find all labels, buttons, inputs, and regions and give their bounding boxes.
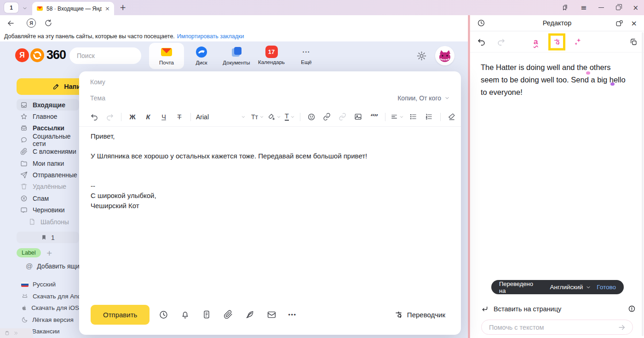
bullet-list-icon[interactable] xyxy=(408,113,420,121)
panel-redo-icon[interactable] xyxy=(497,37,506,46)
text-color-select[interactable]: Т xyxy=(285,113,295,121)
template-icon[interactable] xyxy=(201,310,212,319)
font-size-select[interactable]: Tт xyxy=(251,113,264,121)
align-select[interactable] xyxy=(391,113,404,121)
tab-list-chevron-icon[interactable] xyxy=(22,6,28,11)
chevron-down-icon xyxy=(586,285,591,290)
underline-button[interactable]: Ч xyxy=(158,113,170,121)
browser-corner-widget[interactable] xyxy=(0,328,33,338)
menu-icon[interactable]: ≡ xyxy=(581,3,586,12)
yandex-360-logo[interactable]: Я 360 xyxy=(15,48,66,62)
sidebar-item-deleted[interactable]: Удалённые xyxy=(17,181,79,192)
sidebar-item-social[interactable]: Социальные сети xyxy=(17,134,79,146)
send-button[interactable]: Отправить xyxy=(91,305,150,325)
label-tag[interactable]: Label xyxy=(17,248,41,257)
language-select[interactable]: Английский xyxy=(550,284,592,291)
quote-icon[interactable]: “” xyxy=(368,112,380,122)
sidebar-item-my-folders[interactable]: Мои папки xyxy=(17,157,79,169)
cc-from-toggle[interactable]: Копии, От кого xyxy=(397,94,450,102)
service-more[interactable]: ··· Ещё xyxy=(289,43,324,69)
user-avatar[interactable] xyxy=(435,46,454,65)
spellcheck-icon[interactable]: a xyxy=(534,37,538,47)
window-close-button[interactable]: × xyxy=(632,4,638,12)
ai-prompt-box[interactable] xyxy=(481,320,633,335)
info-alert-icon[interactable] xyxy=(628,305,636,313)
translate-highlighted-icon[interactable] xyxy=(548,33,565,50)
copy-icon[interactable] xyxy=(629,38,638,46)
refresh-icon[interactable] xyxy=(44,19,52,27)
sidebar-item-main[interactable]: Главное xyxy=(17,111,79,122)
envelope-icon[interactable] xyxy=(266,310,276,320)
editor-side-panel: Редактор × a xyxy=(470,15,644,338)
translated-text[interactable]: The Hatter is doing well and the others … xyxy=(481,61,629,99)
insert-on-page-action[interactable]: Вставить на страницу xyxy=(481,305,636,313)
browser-tab[interactable]: 58 · Входящие — Яндек × xyxy=(32,2,114,15)
ai-sparkles-icon[interactable] xyxy=(573,37,582,47)
panel-scrollbar[interactable] xyxy=(642,32,644,336)
new-tab-button[interactable]: + xyxy=(120,3,126,12)
sidebar-item-drafts[interactable]: Черновики xyxy=(17,204,79,216)
translate-icon xyxy=(394,310,403,319)
sidebar-item-attachments[interactable]: С вложениями xyxy=(17,146,79,157)
window-restore-button[interactable] xyxy=(616,6,621,10)
light-version-link[interactable]: Лёгкая версия xyxy=(0,314,79,326)
chevron-down-icon xyxy=(444,95,450,101)
notify-icon[interactable] xyxy=(180,310,190,320)
open-in-window-icon[interactable] xyxy=(615,19,623,27)
settings-gear-icon[interactable] xyxy=(416,51,427,61)
translator-toggle[interactable]: Переводчик xyxy=(394,310,445,319)
window-minimize-button[interactable] xyxy=(598,7,604,8)
service-calendar[interactable]: 17 Календарь xyxy=(254,43,289,69)
add-mailbox-link[interactable]: @ Добавить ящик xyxy=(26,262,82,270)
bookmarked-messages[interactable]: 1 xyxy=(17,232,79,243)
to-field[interactable] xyxy=(90,78,450,86)
redo-icon[interactable] xyxy=(104,113,116,121)
insert-image-icon[interactable] xyxy=(352,113,364,121)
submit-arrow-icon[interactable] xyxy=(618,323,626,332)
attach-icon[interactable] xyxy=(223,310,233,319)
message-body[interactable]: Привет, У Шляпника все хорошо у остальны… xyxy=(91,131,443,210)
language-link[interactable]: Русский xyxy=(0,279,79,291)
eraser-icon[interactable] xyxy=(446,113,458,121)
search-input[interactable] xyxy=(77,52,160,59)
font-family-select[interactable]: Arial xyxy=(196,113,247,121)
done-button[interactable]: Готово xyxy=(597,284,616,291)
subject-field[interactable] xyxy=(90,94,397,102)
more-options-icon[interactable]: ••• xyxy=(288,311,296,318)
chevron-down-icon xyxy=(399,115,404,119)
download-ios-link[interactable]: Скачать для iOS xyxy=(0,302,79,314)
strikethrough-button[interactable]: Т xyxy=(173,113,185,121)
sidebar-item-inbox[interactable]: Входящие xyxy=(17,99,79,111)
trash-icon xyxy=(20,183,28,190)
schedule-send-icon[interactable] xyxy=(158,310,168,320)
tab-group-count[interactable]: 1 xyxy=(4,2,18,13)
side-panels-icon[interactable] xyxy=(561,4,569,12)
link-icon[interactable] xyxy=(321,113,333,121)
bold-button[interactable]: Ж xyxy=(126,113,138,121)
signature-pen-icon[interactable] xyxy=(245,310,255,319)
add-label-icon[interactable]: + xyxy=(46,249,52,257)
format-toolbar: Ж К Ч Т Arial Tт Т xyxy=(79,107,461,127)
tab-close-icon[interactable]: × xyxy=(105,5,110,12)
download-android-link[interactable]: Скачать для Android xyxy=(0,291,79,303)
numbered-list-icon[interactable] xyxy=(423,113,435,121)
search-box[interactable] xyxy=(69,47,141,64)
panel-undo-icon[interactable] xyxy=(477,37,486,46)
import-bookmarks-link[interactable]: Импортировать закладки xyxy=(177,33,244,40)
sidebar-item-spam[interactable]: Спам xyxy=(17,192,79,204)
services-nav: Почта Диск Документы 17 Календарь ··· Ещ… xyxy=(149,43,324,69)
service-mail[interactable]: Почта xyxy=(149,43,184,69)
sidebar-item-templates[interactable]: Шаблоны xyxy=(17,216,79,227)
emoji-icon[interactable] xyxy=(305,113,317,121)
italic-button[interactable]: К xyxy=(142,113,154,121)
unlink-icon[interactable] xyxy=(337,113,349,121)
highlight-color-select[interactable] xyxy=(268,113,281,121)
back-icon[interactable] xyxy=(6,19,15,28)
sidebar-item-sent[interactable]: Отправленные xyxy=(17,169,79,181)
undo-icon[interactable] xyxy=(88,113,100,121)
panel-close-icon[interactable]: × xyxy=(631,19,637,28)
service-disk[interactable]: Диск xyxy=(184,43,219,69)
service-docs[interactable]: Документы xyxy=(219,43,254,69)
yandex-home-icon[interactable]: Я xyxy=(27,18,36,28)
ai-prompt-input[interactable] xyxy=(489,324,618,331)
